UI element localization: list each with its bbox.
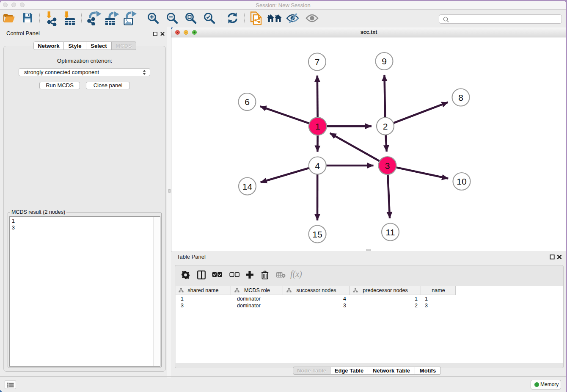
- svg-text:7: 7: [315, 57, 320, 66]
- svg-text:11: 11: [386, 227, 395, 237]
- svg-text:1: 1: [315, 121, 320, 131]
- svg-text:9: 9: [382, 56, 387, 66]
- svg-text:10: 10: [457, 177, 466, 186]
- svg-text:14: 14: [242, 181, 253, 191]
- svg-text:6: 6: [245, 97, 250, 107]
- svg-text:15: 15: [312, 229, 322, 239]
- svg-text:3: 3: [385, 160, 390, 170]
- svg-text:4: 4: [315, 160, 320, 170]
- svg-text:8: 8: [458, 92, 463, 102]
- svg-text:2: 2: [383, 121, 388, 131]
